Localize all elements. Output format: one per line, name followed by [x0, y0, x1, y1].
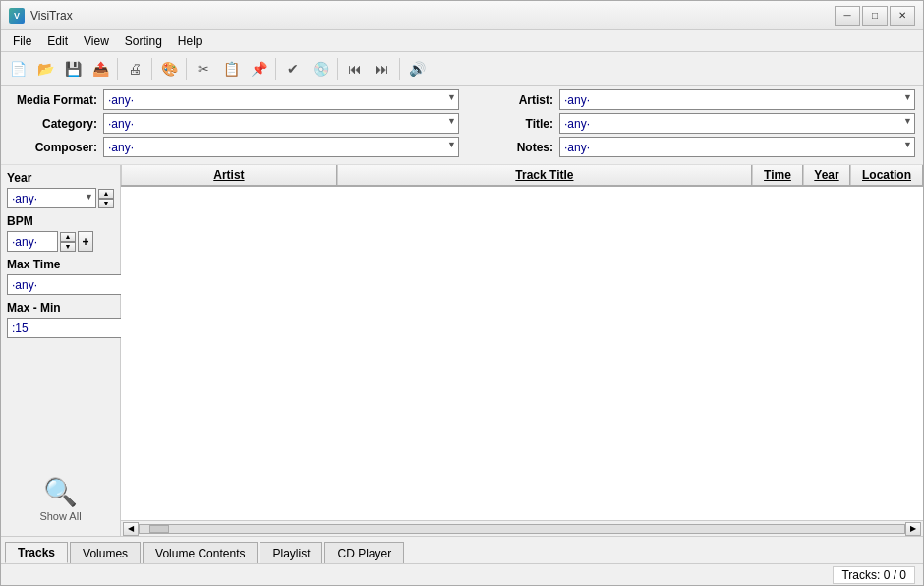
category-select-wrap: ·any·	[103, 113, 459, 134]
year-field: Year ·any· ▲ ▼	[7, 171, 114, 208]
save-button[interactable]: 💾	[60, 56, 86, 82]
artist-label: Artist:	[465, 93, 553, 107]
window-title: VisiTrax	[30, 9, 835, 23]
menu-view[interactable]: View	[76, 32, 117, 50]
year-label: Year	[7, 171, 114, 185]
th-year[interactable]: Year	[803, 165, 850, 185]
menu-bar: File Edit View Sorting Help	[1, 30, 923, 52]
bpm-spinners: ▲ ▼	[60, 232, 76, 252]
toolbar-sep-6	[399, 58, 400, 80]
scroll-right-arrow[interactable]: ▶	[905, 522, 921, 536]
filter-row-2: Category: ·any· Title: ·any·	[9, 113, 915, 134]
max-time-field: Max Time ▲ ▼	[7, 258, 114, 295]
filter-row-3: Composer: ·any· Notes: ·any·	[9, 137, 915, 157]
scroll-thumb[interactable]	[149, 525, 169, 533]
track-area: Artist Track Title Time Year Location ◀ …	[121, 165, 923, 536]
media-format-select-wrap: ·any·	[103, 89, 459, 110]
tab-volumes[interactable]: Volumes	[70, 542, 141, 563]
max-min-field: Max - Min ▲ ▼	[7, 301, 114, 338]
export-button[interactable]: 📤	[87, 56, 113, 82]
composer-label: Composer:	[9, 141, 97, 154]
bpm-field: BPM ▲ ▼ +	[7, 214, 114, 252]
notes-label: Notes:	[465, 141, 553, 154]
horizontal-scrollbar[interactable]: ◀ ▶	[121, 520, 923, 536]
tab-volume-contents[interactable]: Volume Contents	[143, 542, 258, 563]
bpm-plus-button[interactable]: +	[78, 231, 93, 252]
table-body	[121, 187, 923, 520]
tracks-status: Tracks: 0 / 0	[833, 566, 915, 584]
th-artist[interactable]: Artist	[121, 165, 337, 185]
year-down-button[interactable]: ▼	[98, 199, 114, 208]
artist-select[interactable]: ·any·	[559, 89, 915, 110]
copy-button[interactable]: 📋	[218, 56, 244, 82]
scroll-track[interactable]	[139, 524, 905, 534]
paste-button[interactable]: 📌	[246, 56, 271, 82]
filter-area: Media Format: ·any· Artist: ·any· Catego…	[1, 86, 923, 165]
th-location[interactable]: Location	[850, 165, 923, 185]
burn-button[interactable]: 💿	[308, 56, 333, 82]
tab-tracks[interactable]: Tracks	[5, 542, 68, 563]
tab-cd-player[interactable]: CD Player	[324, 542, 404, 563]
composer-select-wrap: ·any·	[103, 137, 459, 157]
composer-select[interactable]: ·any·	[103, 137, 459, 157]
menu-help[interactable]: Help	[170, 32, 210, 50]
max-min-label: Max - Min	[7, 301, 114, 315]
bpm-down-button[interactable]: ▼	[60, 242, 76, 252]
show-all-label: Show All	[39, 510, 81, 522]
main-content: Year ·any· ▲ ▼ BPM	[1, 165, 923, 536]
rewind-button[interactable]: ⏮	[342, 56, 368, 82]
open-button[interactable]: 📂	[32, 56, 58, 82]
toolbar-sep-1	[117, 58, 118, 80]
check-button[interactable]: ✔	[280, 56, 306, 82]
app-icon: V	[9, 8, 25, 24]
media-format-label: Media Format:	[9, 93, 97, 107]
show-all-icon: 🔍	[43, 476, 78, 508]
menu-file[interactable]: File	[5, 32, 39, 50]
scroll-left-arrow[interactable]: ◀	[123, 522, 139, 536]
year-select[interactable]: ·any·	[7, 188, 96, 208]
toolbar-sep-5	[337, 58, 338, 80]
notes-select-wrap: ·any·	[559, 137, 915, 157]
table-header: Artist Track Title Time Year Location	[121, 165, 923, 187]
bpm-row: ▲ ▼ +	[7, 231, 114, 252]
title-select[interactable]: ·any·	[559, 113, 915, 134]
year-select-wrap: ·any·	[7, 188, 96, 208]
colorwheel-button[interactable]: 🎨	[156, 56, 182, 82]
year-up-button[interactable]: ▲	[98, 189, 114, 199]
year-spinners: ▲ ▼	[98, 189, 114, 208]
menu-edit[interactable]: Edit	[39, 32, 76, 50]
status-bar: Tracks: 0 / 0	[1, 563, 923, 585]
close-button[interactable]: ✕	[890, 6, 915, 26]
notes-select[interactable]: ·any·	[559, 137, 915, 157]
title-bar: V VisiTrax ─ □ ✕	[1, 1, 923, 30]
maximize-button[interactable]: □	[862, 6, 888, 26]
toolbar: 📄 📂 💾 📤 🖨 🎨 ✂ 📋 📌 ✔ 💿 ⏮ ⏭ 🔊	[1, 52, 923, 86]
show-all-button[interactable]: 🔍 Show All	[7, 468, 114, 530]
bpm-label: BPM	[7, 214, 114, 228]
toolbar-sep-2	[151, 58, 152, 80]
minimize-button[interactable]: ─	[835, 6, 860, 26]
title-label: Title:	[465, 117, 553, 131]
media-format-select[interactable]: ·any·	[103, 89, 459, 110]
year-row: ·any· ▲ ▼	[7, 188, 114, 208]
cut-button[interactable]: ✂	[191, 56, 216, 82]
max-time-row: ▲ ▼	[7, 274, 114, 295]
bpm-up-button[interactable]: ▲	[60, 232, 76, 242]
category-select[interactable]: ·any·	[103, 113, 459, 134]
toolbar-sep-4	[275, 58, 276, 80]
tab-playlist[interactable]: Playlist	[260, 542, 322, 563]
th-track-title[interactable]: Track Title	[337, 165, 752, 185]
bpm-input[interactable]	[7, 231, 58, 252]
title-select-wrap: ·any·	[559, 113, 915, 134]
menu-sorting[interactable]: Sorting	[117, 32, 170, 50]
th-time[interactable]: Time	[752, 165, 803, 185]
print-button[interactable]: 🖨	[122, 56, 147, 82]
artist-select-wrap: ·any·	[559, 89, 915, 110]
main-window: V VisiTrax ─ □ ✕ File Edit View Sorting …	[0, 0, 924, 586]
category-label: Category:	[9, 117, 97, 131]
filter-row-1: Media Format: ·any· Artist: ·any·	[9, 89, 915, 110]
speaker-button[interactable]: 🔊	[404, 56, 430, 82]
new-button[interactable]: 📄	[5, 56, 30, 82]
tabs-area: Tracks Volumes Volume Contents Playlist …	[1, 536, 923, 563]
forward-button[interactable]: ⏭	[370, 56, 395, 82]
